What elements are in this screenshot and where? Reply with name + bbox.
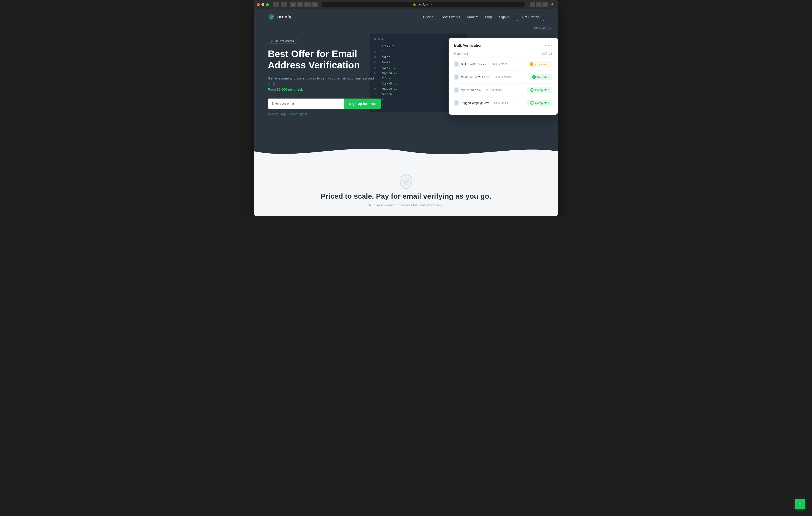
badge-text: 500 free checks <box>274 39 294 42</box>
hero-subtitle: Get awesome and powerful way to verify y… <box>268 75 381 87</box>
nav-more[interactable]: More ▾ <box>467 15 477 19</box>
bottom-title: Priced to scale. Pay for email verifying… <box>268 192 544 201</box>
wave-divider <box>254 142 558 160</box>
bottom-section: Priced to scale. Pay for email verifying… <box>254 160 558 216</box>
signin-link[interactable]: Sign in <box>298 112 308 116</box>
table-row: TriggerCampaign.csv · 5290 emails ✓ Comp… <box>454 96 552 109</box>
browser-titlebar: ‹ › ⊞ ≡ 🛡 ⬡ 🔒 proofy.io ↻ ↓ ↑ ⤢ + <box>254 0 558 9</box>
hero-section: ✓ 500 free checks Best Offer for Email A… <box>254 25 558 142</box>
file-info: TriggerCampaign.csv · 5290 emails <box>454 100 527 105</box>
reported-icon: ✓ <box>532 75 536 79</box>
price-value: $0.006 per check <box>277 87 303 91</box>
bulk-title: Bulk Verification <box>454 43 482 48</box>
maximize-button[interactable] <box>266 3 269 6</box>
status-text: Completed <box>535 101 549 105</box>
bulk-dot-2 <box>548 44 550 47</box>
bulk-rows: BulkEmail2017.csv · 30290 emails ↻ Proce… <box>454 58 552 109</box>
url-text: proofy.io <box>417 3 428 6</box>
share-icon[interactable]: ↑ <box>536 2 542 7</box>
navbar: proofy Pricing How it works More ▾ Blog … <box>254 9 558 25</box>
lock-icon: 🔒 <box>413 3 416 6</box>
address-bar[interactable]: 🔒 proofy.io ↻ <box>321 2 525 7</box>
chevron-down-icon: ▾ <box>476 15 478 19</box>
bottom-shield-icon <box>399 174 413 187</box>
file-info: CustomerList2017.txt · 340000 emails <box>454 74 529 80</box>
bulk-header: Bulk Verification <box>454 43 552 48</box>
bulk-panel: Bulk Verification File Name Status <box>448 38 558 115</box>
fullscreen-icon[interactable]: ⤢ <box>542 2 548 7</box>
signup-button[interactable]: Sign Up for Free <box>344 98 381 109</box>
nav-signin[interactable]: Sign In <box>499 15 510 19</box>
file-count: · 5290 emails <box>492 101 509 104</box>
filename: TriggerCampaign.csv <box>461 101 489 105</box>
minimize-button[interactable] <box>261 3 264 6</box>
file-count: · 28780 emails <box>485 88 502 92</box>
nav-blog[interactable]: Blog <box>485 15 492 19</box>
dot-3 <box>381 38 383 40</box>
email-form: Sign Up for Free <box>268 98 381 109</box>
shield-icon[interactable]: 🛡 <box>304 2 311 7</box>
table-row: CustomerList2017.txt · 340000 emails ✓ R… <box>454 71 552 84</box>
status-badge-completed: ✓ Completed <box>527 87 552 93</box>
browser-window: ‹ › ⊞ ≡ 🛡 ⬡ 🔒 proofy.io ↻ ↓ ↑ ⤢ + <box>254 0 558 216</box>
file-icon <box>454 74 459 80</box>
back-button[interactable]: ‹ <box>273 2 279 7</box>
file-icon <box>454 61 459 67</box>
nav-links: Pricing How it works More ▾ Blog Sign In… <box>423 13 544 21</box>
file-info: MyList2017.csv · 28780 emails <box>454 87 527 93</box>
site-wrapper: proofy Pricing How it works More ▾ Blog … <box>254 9 558 216</box>
status-text: Completed <box>535 88 549 92</box>
get-started-button[interactable]: Get Started <box>517 13 544 21</box>
status-badge-completed-2: ✓ Completed <box>527 100 552 106</box>
tab-grid-icon[interactable]: ⊞ <box>290 2 296 7</box>
file-icon <box>454 100 459 105</box>
already-text: Already using Proofy? Sign in <box>268 112 381 116</box>
forward-button[interactable]: › <box>281 2 287 7</box>
traffic-lights <box>257 3 269 6</box>
shield-logo <box>399 174 413 190</box>
new-tab-button[interactable]: + <box>550 2 555 7</box>
completed-icon-2: ✓ <box>530 101 533 105</box>
file-count: · 340000 emails <box>492 75 512 79</box>
check-icon: ✓ <box>271 39 273 42</box>
nav-how-it-works[interactable]: How it works <box>441 15 460 19</box>
status-text: Reported <box>537 75 549 79</box>
status-badge-processing: ↻ Processing <box>526 61 552 67</box>
col-filename-header: File Name <box>454 52 542 55</box>
download-icon[interactable]: ↓ <box>530 2 535 7</box>
completed-icon: ✓ <box>530 88 533 92</box>
file-info: BulkEmail2017.csv · 30290 emails <box>454 61 526 67</box>
hero-price: From $0.006 per check <box>268 87 381 91</box>
logo-text: proofy <box>277 14 291 20</box>
table-row: MyList2017.csv · 28780 emails ✓ Complete… <box>454 84 552 96</box>
close-button[interactable] <box>257 3 260 6</box>
logo-icon <box>268 13 275 20</box>
filename: BulkEmail2017.csv <box>461 62 486 66</box>
toolbar-actions: ↓ ↑ ⤢ <box>530 2 548 7</box>
table-row: BulkEmail2017.csv · 30290 emails ↻ Proce… <box>454 58 552 71</box>
processing-icon: ↻ <box>530 62 533 66</box>
file-count: · 30290 emails <box>489 62 507 66</box>
nav-pricing[interactable]: Pricing <box>423 15 433 19</box>
hero-visual: API Verification 1{ "mail": 2{ 3"stat...… <box>370 25 558 142</box>
status-badge-reported: ✓ Reported <box>529 74 552 80</box>
filename: MyList2017.csv <box>461 88 481 92</box>
reload-icon[interactable]: ↻ <box>431 3 433 6</box>
pocket-icon[interactable]: ⬡ <box>312 2 318 7</box>
status-text: Processing <box>535 62 549 66</box>
free-badge: ✓ 500 free checks <box>268 38 297 44</box>
browser-toolbar-icons: ⊞ ≡ 🛡 ⬡ <box>290 2 318 7</box>
logo[interactable]: proofy <box>268 13 291 20</box>
browser-nav: ‹ › <box>273 2 287 7</box>
bottom-subtitle: Run your working processes fast and effo… <box>268 203 544 207</box>
filename: CustomerList2017.txt <box>461 75 489 79</box>
hero-content: ✓ 500 free checks Best Offer for Email A… <box>268 38 381 116</box>
wave-svg <box>254 142 558 160</box>
email-input[interactable] <box>268 98 344 109</box>
table-header: File Name Status <box>454 52 552 58</box>
api-label: API Verification <box>533 27 553 30</box>
bulk-dot-1 <box>545 44 547 47</box>
file-icon <box>454 87 459 93</box>
bulk-dots <box>545 44 552 47</box>
reader-icon[interactable]: ≡ <box>297 2 303 7</box>
